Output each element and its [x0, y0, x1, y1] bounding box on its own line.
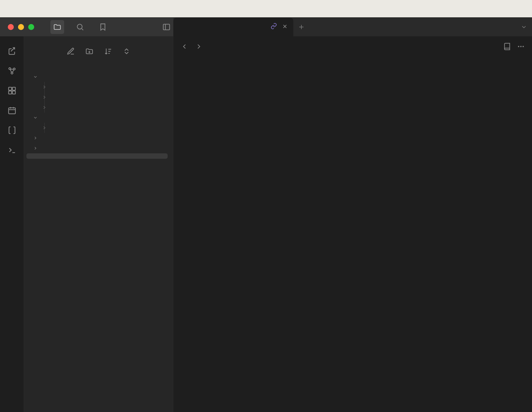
tree-file-mitre-attck[interactable] — [26, 159, 168, 164]
tab-investigation[interactable] — [173, 18, 293, 36]
sidebar-action-row — [24, 42, 173, 65]
bookmark-icon[interactable] — [96, 20, 110, 34]
left-ribbon — [0, 36, 24, 412]
chevron-down-icon — [32, 74, 38, 79]
chevron-right-icon — [41, 95, 47, 100]
new-folder-icon[interactable] — [85, 47, 94, 57]
chevron-down-icon — [32, 115, 38, 120]
editor-header-actions — [503, 43, 525, 52]
new-note-icon[interactable] — [67, 47, 75, 57]
quick-switcher-icon[interactable] — [7, 47, 16, 57]
svg-point-10 — [518, 46, 519, 47]
tree-folder-techniques[interactable] — [26, 143, 168, 153]
svg-rect-5 — [8, 87, 11, 90]
tree-folder-software[interactable] — [26, 102, 168, 113]
macos-menubar — [0, 0, 532, 17]
svg-rect-8 — [12, 91, 15, 94]
more-options-icon[interactable] — [517, 43, 525, 52]
svg-point-0 — [77, 24, 82, 29]
sidebar-top-actions — [48, 18, 173, 36]
svg-point-11 — [520, 46, 522, 47]
editor-header — [173, 36, 532, 58]
tree-folder-campaigns[interactable] — [26, 82, 168, 92]
file-tree — [24, 72, 173, 164]
canvas-icon[interactable] — [7, 86, 16, 96]
svg-rect-7 — [8, 91, 11, 94]
chevron-right-icon — [41, 85, 47, 89]
window-maximize-button[interactable] — [28, 24, 34, 30]
tree-folder-mitigations[interactable] — [26, 123, 168, 133]
new-tab-button[interactable] — [293, 18, 309, 36]
obsidian-window — [0, 17, 532, 412]
chevron-right-icon — [41, 105, 47, 110]
search-icon[interactable] — [73, 20, 87, 34]
chevron-right-icon — [32, 146, 38, 151]
nav-forward-icon[interactable] — [195, 43, 203, 52]
toggle-left-sidebar-icon[interactable] — [160, 20, 173, 34]
titlebar — [0, 18, 532, 36]
file-explorer-sidebar — [24, 36, 173, 412]
tree-file-investigation[interactable] — [26, 153, 168, 159]
reading-view-icon[interactable] — [503, 43, 511, 52]
templates-icon[interactable] — [7, 126, 16, 136]
tab-bar — [173, 18, 532, 36]
svg-rect-6 — [12, 87, 15, 90]
nav-back-icon[interactable] — [181, 43, 188, 52]
tree-folder-defenses[interactable] — [26, 113, 168, 123]
file-explorer-toggle-icon[interactable] — [50, 20, 64, 34]
graph-view-icon[interactable] — [7, 66, 16, 77]
svg-rect-1 — [163, 24, 170, 30]
sort-icon[interactable] — [104, 47, 112, 57]
window-controls — [0, 18, 48, 36]
collapse-icon[interactable] — [122, 47, 131, 57]
tree-folder-tactics[interactable] — [26, 133, 168, 143]
note-content[interactable] — [173, 58, 532, 96]
svg-point-12 — [522, 46, 524, 47]
tab-close-icon[interactable] — [282, 23, 288, 31]
tab-list-dropdown-icon[interactable] — [516, 18, 532, 36]
chevron-right-icon — [32, 136, 38, 140]
main-content — [0, 36, 532, 412]
tree-folder-cti[interactable] — [26, 72, 168, 82]
tree-folder-groups[interactable] — [26, 92, 168, 102]
window-close-button[interactable] — [8, 24, 14, 30]
window-minimize-button[interactable] — [18, 24, 24, 30]
vault-name[interactable] — [24, 65, 173, 72]
command-palette-icon[interactable] — [7, 146, 16, 156]
chevron-right-icon — [41, 125, 47, 130]
editor-pane — [173, 36, 532, 412]
linked-pane-icon[interactable] — [270, 23, 277, 31]
svg-rect-9 — [8, 108, 15, 114]
daily-note-icon[interactable] — [7, 106, 16, 116]
